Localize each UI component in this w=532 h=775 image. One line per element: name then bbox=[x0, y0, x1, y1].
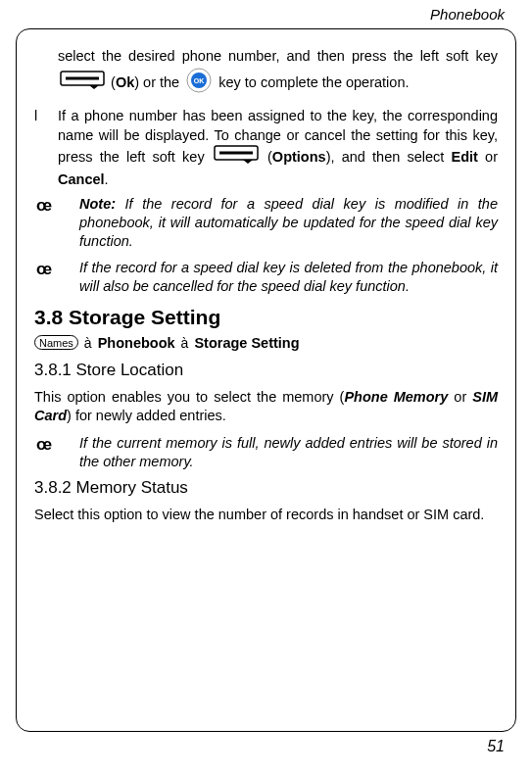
text: Names bbox=[39, 337, 73, 349]
svg-text:OK: OK bbox=[194, 77, 205, 84]
subsection-heading: 3.8.2 Memory Status bbox=[34, 478, 498, 498]
svg-marker-7 bbox=[243, 160, 253, 164]
subsection-heading: 3.8.1 Store Location bbox=[34, 361, 498, 380]
left-softkey-icon bbox=[60, 71, 105, 96]
note-marker-icon: œ bbox=[36, 196, 72, 252]
note-item: œ If the record for a speed dial key is … bbox=[34, 259, 498, 296]
edit-label: Edit bbox=[452, 149, 478, 165]
ok-label: Ok bbox=[116, 73, 134, 89]
cancel-label: Cancel bbox=[58, 171, 105, 187]
bullet-item: l If a phone number has been assigned to… bbox=[34, 107, 498, 189]
options-label: Options bbox=[272, 149, 326, 165]
ok-key-icon: OK bbox=[185, 67, 213, 100]
names-button-icon: Names bbox=[34, 335, 78, 350]
arrow-icon: à bbox=[179, 335, 191, 351]
note-text: If the record for a speed dial key is de… bbox=[79, 259, 498, 296]
arrow-icon: à bbox=[82, 335, 94, 351]
page-number-value: 51 bbox=[487, 738, 505, 754]
nav-storage: Storage Setting bbox=[194, 335, 299, 351]
text: This option enables you to select the me… bbox=[34, 389, 344, 405]
text: If the record for a speed dial key is mo… bbox=[79, 196, 498, 249]
header-title: Phonebook bbox=[430, 6, 505, 23]
text: ) for newly added entries. bbox=[67, 408, 226, 423]
continuation-paragraph: select the desired phone number, and the… bbox=[34, 47, 498, 99]
bullet-marker: l bbox=[34, 107, 48, 189]
note-item: œ If the current memory is full, newly a… bbox=[34, 434, 498, 471]
note-marker-icon: œ bbox=[36, 260, 72, 297]
note-item: œ Note: If the record for a speed dial k… bbox=[34, 195, 498, 251]
svg-marker-1 bbox=[89, 85, 99, 89]
text: select the desired phone number, and the… bbox=[58, 48, 498, 64]
bullet-text: If a phone number has been assigned to t… bbox=[58, 107, 498, 189]
note-label: Note: bbox=[79, 196, 116, 212]
text: ), and then select bbox=[326, 149, 452, 165]
text: . bbox=[105, 171, 109, 187]
navigation-path: Names à Phonebook à Storage Setting bbox=[34, 335, 498, 351]
text: key to complete the operation. bbox=[218, 73, 409, 89]
page-header: Phonebook bbox=[0, 0, 532, 23]
left-softkey-icon bbox=[214, 145, 259, 170]
text: ) or the bbox=[134, 73, 183, 89]
note-text: If the current memory is full, newly add… bbox=[79, 434, 498, 471]
content-frame: select the desired phone number, and the… bbox=[16, 28, 516, 732]
phone-memory-label: Phone Memory bbox=[344, 389, 448, 405]
note-marker-icon: œ bbox=[36, 435, 72, 472]
page-number: 51 bbox=[0, 732, 532, 755]
text: or bbox=[448, 389, 472, 405]
nav-phonebook: Phonebook bbox=[98, 335, 175, 351]
paragraph: This option enables you to select the me… bbox=[34, 388, 498, 426]
note-text: Note: If the record for a speed dial key… bbox=[79, 195, 498, 251]
paragraph: Select this option to view the number of… bbox=[34, 506, 498, 525]
text: or bbox=[478, 149, 498, 165]
section-heading: 3.8 Storage Setting bbox=[34, 306, 498, 329]
